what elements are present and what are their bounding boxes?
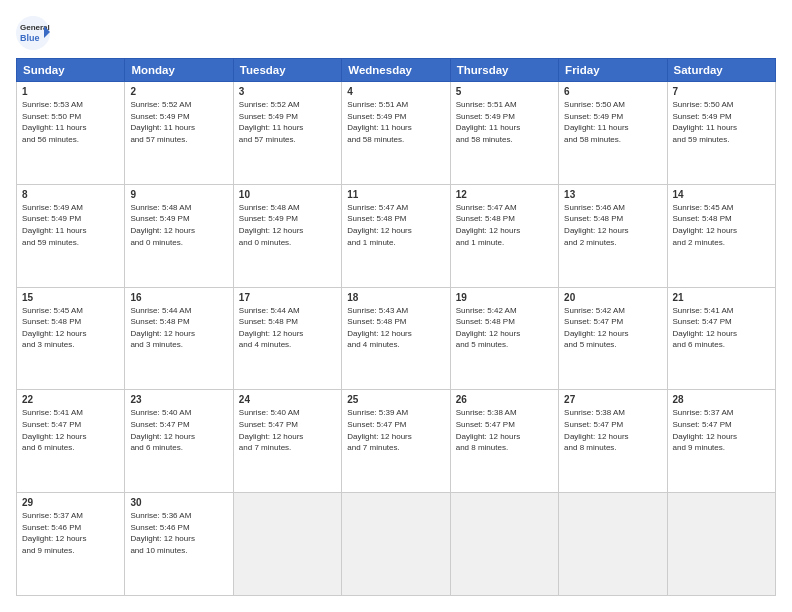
day-info: Sunrise: 5:44 AM Sunset: 5:48 PM Dayligh…: [239, 305, 336, 351]
day-info: Sunrise: 5:52 AM Sunset: 5:49 PM Dayligh…: [130, 99, 227, 145]
day-number: 12: [456, 189, 553, 200]
day-info: Sunrise: 5:49 AM Sunset: 5:49 PM Dayligh…: [22, 202, 119, 248]
page: General Blue Sunday Monday Tuesday Wedne…: [0, 0, 792, 612]
day-number: 9: [130, 189, 227, 200]
day-info: Sunrise: 5:48 AM Sunset: 5:49 PM Dayligh…: [239, 202, 336, 248]
day-cell: 5Sunrise: 5:51 AM Sunset: 5:49 PM Daylig…: [450, 82, 558, 185]
day-info: Sunrise: 5:37 AM Sunset: 5:46 PM Dayligh…: [22, 510, 119, 556]
day-number: 16: [130, 292, 227, 303]
day-cell: 7Sunrise: 5:50 AM Sunset: 5:49 PM Daylig…: [667, 82, 775, 185]
day-info: Sunrise: 5:43 AM Sunset: 5:48 PM Dayligh…: [347, 305, 444, 351]
day-number: 25: [347, 394, 444, 405]
day-info: Sunrise: 5:50 AM Sunset: 5:49 PM Dayligh…: [564, 99, 661, 145]
day-cell: 4Sunrise: 5:51 AM Sunset: 5:49 PM Daylig…: [342, 82, 450, 185]
day-cell: 19Sunrise: 5:42 AM Sunset: 5:48 PM Dayli…: [450, 287, 558, 390]
day-cell: 18Sunrise: 5:43 AM Sunset: 5:48 PM Dayli…: [342, 287, 450, 390]
calendar-table: Sunday Monday Tuesday Wednesday Thursday…: [16, 58, 776, 596]
day-number: 21: [673, 292, 770, 303]
day-cell: 2Sunrise: 5:52 AM Sunset: 5:49 PM Daylig…: [125, 82, 233, 185]
week-row-0: 1Sunrise: 5:53 AM Sunset: 5:50 PM Daylig…: [17, 82, 776, 185]
day-cell: 3Sunrise: 5:52 AM Sunset: 5:49 PM Daylig…: [233, 82, 341, 185]
day-info: Sunrise: 5:41 AM Sunset: 5:47 PM Dayligh…: [673, 305, 770, 351]
day-cell: [559, 493, 667, 596]
day-cell: 9Sunrise: 5:48 AM Sunset: 5:49 PM Daylig…: [125, 184, 233, 287]
day-cell: 17Sunrise: 5:44 AM Sunset: 5:48 PM Dayli…: [233, 287, 341, 390]
week-row-3: 22Sunrise: 5:41 AM Sunset: 5:47 PM Dayli…: [17, 390, 776, 493]
logo: General Blue: [16, 16, 50, 50]
day-cell: 16Sunrise: 5:44 AM Sunset: 5:48 PM Dayli…: [125, 287, 233, 390]
day-number: 7: [673, 86, 770, 97]
day-cell: 6Sunrise: 5:50 AM Sunset: 5:49 PM Daylig…: [559, 82, 667, 185]
day-info: Sunrise: 5:47 AM Sunset: 5:48 PM Dayligh…: [456, 202, 553, 248]
day-number: 1: [22, 86, 119, 97]
day-info: Sunrise: 5:38 AM Sunset: 5:47 PM Dayligh…: [456, 407, 553, 453]
svg-text:Blue: Blue: [20, 33, 40, 43]
week-row-2: 15Sunrise: 5:45 AM Sunset: 5:48 PM Dayli…: [17, 287, 776, 390]
day-info: Sunrise: 5:39 AM Sunset: 5:47 PM Dayligh…: [347, 407, 444, 453]
day-cell: 26Sunrise: 5:38 AM Sunset: 5:47 PM Dayli…: [450, 390, 558, 493]
day-number: 3: [239, 86, 336, 97]
day-info: Sunrise: 5:36 AM Sunset: 5:46 PM Dayligh…: [130, 510, 227, 556]
day-info: Sunrise: 5:51 AM Sunset: 5:49 PM Dayligh…: [456, 99, 553, 145]
day-cell: [667, 493, 775, 596]
day-info: Sunrise: 5:37 AM Sunset: 5:47 PM Dayligh…: [673, 407, 770, 453]
day-info: Sunrise: 5:38 AM Sunset: 5:47 PM Dayligh…: [564, 407, 661, 453]
col-tuesday: Tuesday: [233, 59, 341, 82]
day-number: 22: [22, 394, 119, 405]
day-cell: 20Sunrise: 5:42 AM Sunset: 5:47 PM Dayli…: [559, 287, 667, 390]
day-info: Sunrise: 5:51 AM Sunset: 5:49 PM Dayligh…: [347, 99, 444, 145]
day-number: 6: [564, 86, 661, 97]
day-number: 26: [456, 394, 553, 405]
day-cell: 15Sunrise: 5:45 AM Sunset: 5:48 PM Dayli…: [17, 287, 125, 390]
col-monday: Monday: [125, 59, 233, 82]
day-cell: 10Sunrise: 5:48 AM Sunset: 5:49 PM Dayli…: [233, 184, 341, 287]
day-info: Sunrise: 5:40 AM Sunset: 5:47 PM Dayligh…: [239, 407, 336, 453]
day-number: 10: [239, 189, 336, 200]
day-cell: 28Sunrise: 5:37 AM Sunset: 5:47 PM Dayli…: [667, 390, 775, 493]
col-friday: Friday: [559, 59, 667, 82]
day-cell: [233, 493, 341, 596]
day-cell: 25Sunrise: 5:39 AM Sunset: 5:47 PM Dayli…: [342, 390, 450, 493]
day-info: Sunrise: 5:42 AM Sunset: 5:47 PM Dayligh…: [564, 305, 661, 351]
day-number: 4: [347, 86, 444, 97]
day-number: 24: [239, 394, 336, 405]
day-cell: 11Sunrise: 5:47 AM Sunset: 5:48 PM Dayli…: [342, 184, 450, 287]
day-cell: 27Sunrise: 5:38 AM Sunset: 5:47 PM Dayli…: [559, 390, 667, 493]
day-cell: 21Sunrise: 5:41 AM Sunset: 5:47 PM Dayli…: [667, 287, 775, 390]
header: General Blue: [16, 16, 776, 50]
day-number: 14: [673, 189, 770, 200]
week-row-4: 29Sunrise: 5:37 AM Sunset: 5:46 PM Dayli…: [17, 493, 776, 596]
day-cell: 1Sunrise: 5:53 AM Sunset: 5:50 PM Daylig…: [17, 82, 125, 185]
day-cell: 8Sunrise: 5:49 AM Sunset: 5:49 PM Daylig…: [17, 184, 125, 287]
day-number: 17: [239, 292, 336, 303]
day-info: Sunrise: 5:41 AM Sunset: 5:47 PM Dayligh…: [22, 407, 119, 453]
day-info: Sunrise: 5:44 AM Sunset: 5:48 PM Dayligh…: [130, 305, 227, 351]
day-cell: 22Sunrise: 5:41 AM Sunset: 5:47 PM Dayli…: [17, 390, 125, 493]
day-cell: 24Sunrise: 5:40 AM Sunset: 5:47 PM Dayli…: [233, 390, 341, 493]
day-number: 19: [456, 292, 553, 303]
day-info: Sunrise: 5:52 AM Sunset: 5:49 PM Dayligh…: [239, 99, 336, 145]
day-info: Sunrise: 5:45 AM Sunset: 5:48 PM Dayligh…: [22, 305, 119, 351]
day-info: Sunrise: 5:47 AM Sunset: 5:48 PM Dayligh…: [347, 202, 444, 248]
day-cell: [450, 493, 558, 596]
day-number: 8: [22, 189, 119, 200]
col-thursday: Thursday: [450, 59, 558, 82]
day-number: 15: [22, 292, 119, 303]
day-number: 11: [347, 189, 444, 200]
day-info: Sunrise: 5:40 AM Sunset: 5:47 PM Dayligh…: [130, 407, 227, 453]
day-cell: 29Sunrise: 5:37 AM Sunset: 5:46 PM Dayli…: [17, 493, 125, 596]
day-cell: 13Sunrise: 5:46 AM Sunset: 5:48 PM Dayli…: [559, 184, 667, 287]
col-sunday: Sunday: [17, 59, 125, 82]
day-info: Sunrise: 5:42 AM Sunset: 5:48 PM Dayligh…: [456, 305, 553, 351]
day-number: 18: [347, 292, 444, 303]
header-row: Sunday Monday Tuesday Wednesday Thursday…: [17, 59, 776, 82]
day-number: 29: [22, 497, 119, 508]
day-info: Sunrise: 5:48 AM Sunset: 5:49 PM Dayligh…: [130, 202, 227, 248]
day-info: Sunrise: 5:53 AM Sunset: 5:50 PM Dayligh…: [22, 99, 119, 145]
day-number: 27: [564, 394, 661, 405]
day-number: 30: [130, 497, 227, 508]
day-cell: 30Sunrise: 5:36 AM Sunset: 5:46 PM Dayli…: [125, 493, 233, 596]
week-row-1: 8Sunrise: 5:49 AM Sunset: 5:49 PM Daylig…: [17, 184, 776, 287]
day-cell: [342, 493, 450, 596]
day-info: Sunrise: 5:50 AM Sunset: 5:49 PM Dayligh…: [673, 99, 770, 145]
